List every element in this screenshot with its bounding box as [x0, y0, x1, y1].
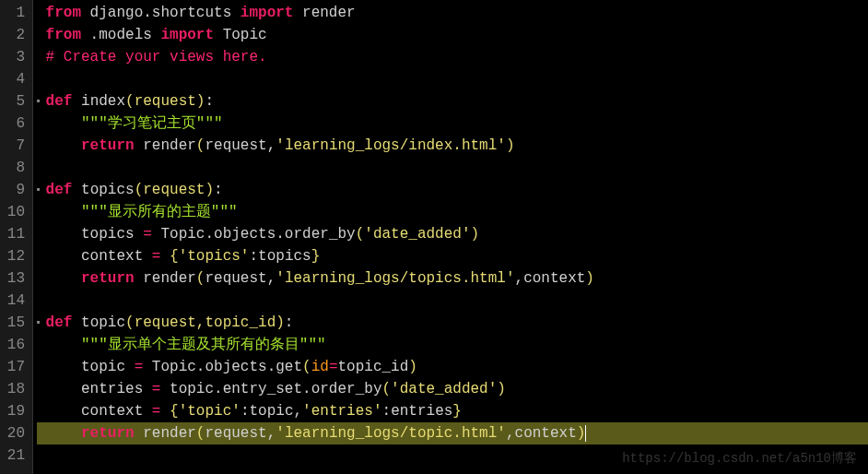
docstring: """学习笔记主页"""	[81, 115, 223, 132]
string: 'date_added'	[364, 226, 470, 243]
params: (request)	[135, 182, 214, 198]
line-number: 21	[4, 444, 25, 467]
paren-open: (	[356, 226, 365, 243]
string: 'entries'	[302, 403, 381, 420]
line-number-gutter: 1 2 3 4 5 6 7 8 9 10 11 12 13 14 15 16 1…	[0, 0, 33, 474]
fold-marker-icon[interactable]: ▪	[35, 312, 41, 334]
code-line[interactable]: entries = topic.entry_set.order_by('date…	[37, 378, 868, 400]
code-line[interactable]	[37, 157, 868, 179]
variable: context	[81, 403, 152, 420]
expr: Topic.objects.get	[143, 359, 302, 375]
line-number: 14	[4, 290, 25, 312]
equals: =	[152, 248, 161, 265]
string: 'topic'	[179, 403, 240, 420]
colon: :	[382, 403, 392, 420]
colon: :	[205, 93, 214, 110]
comma: ,	[294, 403, 303, 420]
comma: ,	[267, 270, 276, 287]
keyword-import: import	[240, 5, 294, 21]
import-name: render	[293, 5, 355, 21]
variable: topic	[81, 359, 135, 375]
fold-marker-icon[interactable]: ▪	[35, 90, 41, 113]
text-cursor-icon	[585, 425, 586, 442]
keyword-return: return	[81, 270, 135, 287]
arg: request	[205, 137, 266, 154]
line-number: 1	[4, 2, 25, 24]
code-line[interactable]	[37, 444, 868, 467]
code-line[interactable]: topic = Topic.objects.get(id=topic_id)	[37, 356, 868, 378]
code-line[interactable]: # Create your views here.	[37, 46, 868, 68]
string: 'learning_logs/topics.html'	[276, 270, 514, 287]
expr: Topic.objects.order_by	[152, 226, 356, 243]
line-number: 15	[4, 312, 25, 334]
code-line[interactable]: from .models import Topic	[37, 24, 868, 46]
line-number: 19	[4, 400, 25, 422]
paren-close: )	[471, 226, 480, 243]
paren-open: (	[381, 381, 391, 397]
code-line[interactable]: ▪ def index(request):	[37, 90, 868, 113]
function-call: render	[135, 425, 196, 442]
paren-open: (	[196, 425, 205, 442]
line-number: 9	[4, 179, 25, 201]
code-line[interactable]: context = {'topic':topic,'entries':entri…	[37, 400, 868, 422]
code-line[interactable]: """学习笔记主页"""	[37, 113, 868, 135]
string: 'learning_logs/index.html'	[276, 137, 506, 154]
keyword-def: def	[46, 314, 73, 331]
paren-close: )	[408, 359, 417, 375]
fold-marker-icon[interactable]: ▪	[35, 179, 41, 201]
brace-open: {	[170, 248, 179, 265]
line-number: 11	[4, 223, 25, 245]
code-line[interactable]: from django.shortcuts import render	[37, 2, 868, 24]
keyword-from: from	[46, 27, 81, 43]
arg: context	[515, 425, 577, 442]
module-name: .models	[81, 27, 160, 43]
space	[160, 248, 170, 265]
kwarg: id	[311, 359, 329, 375]
keyword-return: return	[81, 137, 135, 154]
keyword-def: def	[46, 93, 73, 110]
line-number: 20	[4, 422, 25, 444]
string: 'date_added'	[391, 381, 497, 397]
code-line-current[interactable]: return render(request,'learning_logs/top…	[37, 422, 868, 444]
function-name: topics	[72, 182, 134, 198]
equals: =	[135, 359, 144, 375]
code-area[interactable]: from django.shortcuts import render from…	[33, 0, 868, 474]
brace-close: }	[452, 403, 462, 420]
line-number: 4	[4, 68, 25, 90]
line-number: 10	[4, 201, 25, 223]
paren-open: (	[196, 270, 205, 287]
module-name: django.shortcuts	[81, 5, 240, 21]
variable: topics	[81, 226, 143, 243]
equals: =	[143, 226, 152, 243]
code-line[interactable]: return render(request,'learning_logs/ind…	[37, 135, 868, 157]
docstring: """显示所有的主题"""	[81, 204, 238, 220]
code-line[interactable]: return render(request,'learning_logs/top…	[37, 267, 868, 290]
function-call: render	[135, 270, 196, 287]
code-line[interactable]	[37, 68, 868, 90]
line-number: 5	[4, 90, 25, 113]
paren-open: (	[302, 359, 311, 375]
code-line[interactable]: ▪ def topics(request):	[37, 179, 868, 201]
comma: ,	[267, 137, 276, 154]
value: topic_id	[337, 359, 408, 375]
code-line[interactable]: topics = Topic.objects.order_by('date_ad…	[37, 223, 868, 245]
arg: context	[523, 270, 585, 287]
code-line[interactable]: """显示单个主题及其所有的条目"""	[37, 334, 868, 356]
paren-close: )	[577, 425, 586, 442]
string: 'learning_logs/topic.html'	[276, 425, 506, 442]
code-line[interactable]: ▪ def topic(request,topic_id):	[37, 312, 868, 334]
line-number: 6	[4, 113, 25, 135]
code-editor: 1 2 3 4 5 6 7 8 9 10 11 12 13 14 15 16 1…	[0, 0, 868, 474]
code-line[interactable]	[37, 290, 868, 312]
code-line[interactable]: """显示所有的主题"""	[37, 201, 868, 223]
brace-close: }	[311, 248, 321, 265]
line-number: 12	[4, 245, 25, 267]
paren-close: )	[585, 270, 594, 287]
function-call: render	[135, 137, 196, 154]
value: topic	[249, 403, 293, 420]
string: 'topics'	[179, 248, 250, 265]
arg: request	[205, 425, 266, 442]
paren-close: )	[506, 137, 515, 154]
expr: topic.entry_set.order_by	[160, 381, 381, 397]
code-line[interactable]: context = {'topics':topics}	[37, 245, 868, 267]
